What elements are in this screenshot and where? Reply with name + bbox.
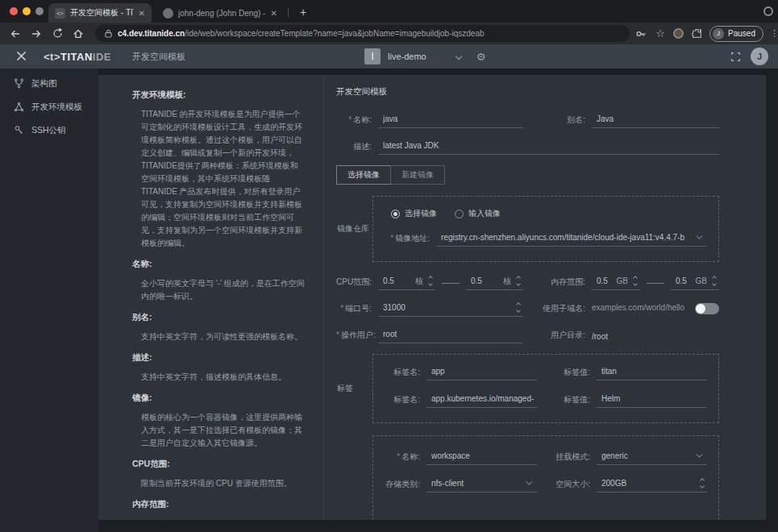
label-name-input[interactable]: app.kubernetes.io/managed-by: [426, 392, 537, 408]
storage-class-select[interactable]: nfs-client: [426, 476, 537, 493]
template-editor-card: 开发环境模板: TITANIDE 的开发环境模板是为用户提供一个可定制化的环境模…: [98, 75, 766, 520]
user-dir-label: 用户目录:: [534, 327, 592, 343]
name-label: 名称:: [336, 112, 378, 128]
form-title: 开发空间模板: [336, 86, 719, 98]
back-icon[interactable]: [5, 23, 26, 44]
op-user-input[interactable]: root: [378, 327, 523, 343]
profile-avatar: J: [713, 28, 724, 39]
stepper-icon[interactable]: [634, 276, 637, 285]
alias-input[interactable]: Java: [592, 112, 719, 128]
sidebar-item-label: SSH公钥: [31, 125, 66, 136]
label-value-input[interactable]: titan: [597, 364, 707, 380]
close-window-icon[interactable]: [10, 7, 18, 15]
help-body: 限制当前开发环境的内存资源使用范围。: [141, 517, 306, 520]
tab-title: john-deng (John Deng) - GitHu: [178, 9, 266, 18]
forward-icon[interactable]: [26, 23, 47, 44]
radio-selected-icon: [391, 210, 400, 218]
label-value-input[interactable]: Helm: [597, 392, 707, 408]
new-image-button[interactable]: 新建镜像: [390, 165, 445, 185]
extensions-puzzle-icon[interactable]: [690, 27, 703, 40]
stepper-icon[interactable]: [701, 479, 704, 488]
storage-size-input[interactable]: 200GB: [597, 476, 707, 493]
bookmark-star-icon[interactable]: ☆: [654, 27, 667, 40]
subdomain-toggle[interactable]: [695, 303, 719, 314]
app-logo[interactable]: <t>TITANIDE: [44, 51, 111, 63]
label-value-label: 标签值:: [555, 392, 597, 408]
sidebar-item-dev-template[interactable]: 开发环境模板: [0, 95, 98, 118]
alias-label: 别名:: [534, 112, 592, 128]
label-value-label: 标签值:: [555, 364, 597, 380]
registry-group-label: 镜像仓库: [337, 223, 369, 235]
minimize-window-icon[interactable]: [23, 7, 31, 15]
mount-mode-select[interactable]: generic: [597, 449, 707, 465]
app-close-icon[interactable]: [16, 51, 27, 62]
description-input[interactable]: latest Java JDK: [378, 139, 719, 155]
stepper-icon[interactable]: [517, 303, 520, 312]
label-name-label: 标签名:: [385, 364, 426, 380]
browser-tab-active[interactable]: <> 开发空间模板 - TITANIDE ✕: [48, 3, 152, 23]
sidebar-item-ssh-key[interactable]: SSH公钥: [0, 118, 98, 142]
extension-badge-icon[interactable]: [673, 28, 684, 39]
memory-min-input[interactable]: 0.5 GB: [592, 274, 640, 290]
chevron-down-icon[interactable]: [455, 53, 461, 60]
macos-window-controls[interactable]: [10, 7, 44, 15]
port-input[interactable]: 31000: [378, 301, 523, 317]
fullscreen-icon[interactable]: [730, 52, 741, 62]
browser-status-icon[interactable]: [763, 6, 773, 16]
app-header: <t>TITANIDE 开发空间模板 l live-demo ⚙ J: [0, 44, 778, 69]
stepper-icon[interactable]: [517, 276, 520, 285]
radio-select-image[interactable]: 选择镜像: [391, 208, 437, 219]
image-address-select[interactable]: registry.cn-shenzhen.aliyuncs.com/titani…: [436, 231, 707, 247]
storage-row: 存储类别: nfs-client 空间大小: 200GB: [385, 476, 707, 493]
help-panel: 开发环境模板: TITANIDE 的开发环境模板是为用户提供一个可定制化的环境模…: [98, 75, 324, 520]
chevron-down-icon: [696, 232, 702, 239]
page-title: 开发空间模板: [132, 51, 185, 63]
name-input[interactable]: java: [378, 112, 523, 128]
browser-tab-inactive[interactable]: john-deng (John Deng) - GitHu ✕: [156, 3, 284, 23]
workspace-switcher[interactable]: l live-demo ⚙: [364, 44, 485, 69]
cpu-min-input[interactable]: 0.5 核: [378, 274, 435, 290]
memory-range-label: 内存范围:: [534, 274, 592, 290]
stepper-icon[interactable]: [713, 276, 716, 285]
cpu-max-input[interactable]: 0.5 核: [466, 274, 523, 290]
new-tab-button[interactable]: +: [295, 4, 311, 20]
zoom-window-icon[interactable]: [35, 7, 44, 15]
home-icon[interactable]: [68, 23, 89, 44]
radio-input-image[interactable]: 输入镜像: [455, 208, 501, 219]
help-heading: 镜像:: [132, 393, 306, 404]
tab-title: 开发空间模板 - TITANIDE: [70, 7, 134, 19]
image-address-label: 镜像地址:: [385, 231, 436, 247]
storage-name-label: 名称:: [385, 449, 426, 465]
logo-bracket: <t>: [44, 51, 60, 63]
address-bar[interactable]: c4.dev.titanide.cn/ide/web/workspace/cre…: [95, 25, 630, 42]
sidebar-item-architecture[interactable]: 架构图: [0, 72, 98, 95]
sidebar-item-label: 架构图: [31, 78, 57, 89]
browser-tab-strip: <> 开发空间模板 - TITANIDE ✕ john-deng (John D…: [0, 0, 778, 23]
select-image-button[interactable]: 选择镜像: [336, 165, 391, 185]
user-avatar[interactable]: J: [751, 48, 768, 65]
help-body: TITANIDE 的开发环境模板是为用户提供一个可定制化的环境模板设计工具，生成…: [141, 108, 306, 250]
password-key-icon[interactable]: [634, 27, 647, 40]
help-body: 模板的核心为一个容器镜像，这里提供两种输入方式，其一是下拉选择已有模板的镜像；其…: [141, 411, 306, 450]
sidebar-item-label: 开发环境模板: [31, 102, 82, 113]
profile-paused-button[interactable]: J Paused: [709, 26, 763, 42]
branch-icon: [14, 78, 24, 89]
settings-gear-icon[interactable]: ⚙: [476, 51, 486, 63]
help-body: 支持中英文字符，描述模板的具体信息。: [141, 371, 306, 384]
help-heading: 内存范围:: [132, 499, 306, 510]
memory-max-input[interactable]: 0.5 GB: [671, 274, 719, 290]
stepper-icon[interactable]: [429, 276, 432, 285]
label-name-label: 标签名:: [385, 392, 426, 408]
browser-menu-icon[interactable]: ⋮: [770, 28, 778, 39]
storage-name-input[interactable]: workspace: [426, 449, 537, 465]
reload-icon[interactable]: [47, 23, 68, 44]
storage-row: 名称: workspace 挂载模式: generic: [385, 449, 707, 465]
ssl-lock-icon[interactable]: [105, 29, 112, 38]
tab-close-icon[interactable]: ✕: [271, 9, 277, 18]
tab-close-icon[interactable]: ✕: [139, 9, 145, 18]
labels-group-label: 标签: [337, 383, 369, 394]
chevron-down-icon: [526, 478, 532, 484]
description-label: 描述:: [336, 139, 378, 155]
label-name-input[interactable]: app: [426, 364, 537, 380]
sidebar-nav: 架构图 开发环境模板 SSH公钥: [0, 69, 98, 532]
